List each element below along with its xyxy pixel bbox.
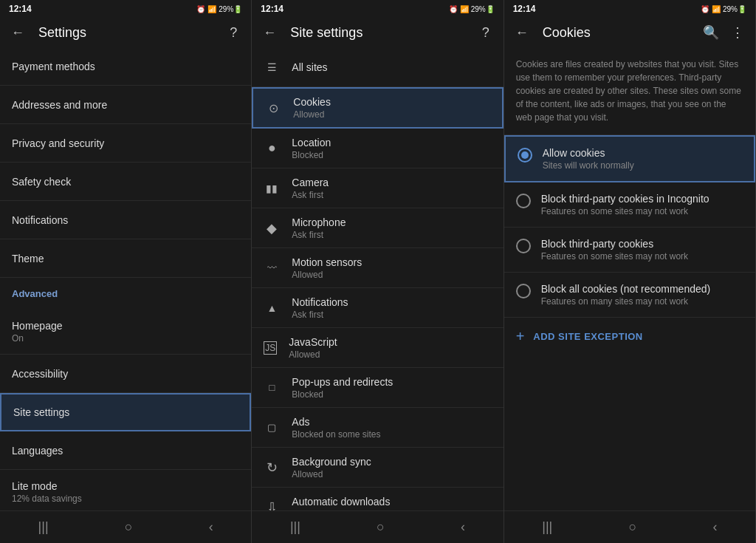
radio-inner-allow bbox=[521, 151, 529, 159]
signal-icon-2: 📶 bbox=[460, 5, 469, 13]
search-button[interactable]: 🔍 bbox=[702, 24, 720, 41]
site-settings-list: ☰ All sites ⊙ Cookies Allowed ● Location… bbox=[252, 47, 503, 510]
site-item-text-javascript: JavaScript Allowed bbox=[289, 336, 337, 360]
settings-item-addresses[interactable]: Addresses and more bbox=[0, 86, 251, 124]
site-item-javascript[interactable]: JS JavaScript Allowed bbox=[252, 328, 503, 368]
more-options-button[interactable]: ⋮ bbox=[729, 24, 746, 41]
add-exception-label: ADD SITE EXCEPTION bbox=[533, 331, 642, 342]
site-settings-title: Site settings bbox=[290, 25, 464, 41]
settings-item-site-settings[interactable]: Site settings bbox=[0, 393, 251, 431]
time-3: 12:14 bbox=[513, 4, 536, 14]
back-button-1[interactable]: ← bbox=[9, 24, 27, 41]
site-item-notifications[interactable]: ▲ Notifications Ask first bbox=[252, 288, 503, 328]
site-item-text-all-sites: All sites bbox=[292, 61, 327, 73]
cookies-content: Cookies are files created by websites th… bbox=[504, 47, 755, 510]
status-bar-1: 12:14 ⏰ 📶 29%🔋 bbox=[0, 0, 251, 18]
background-sync-icon: ↻ bbox=[264, 460, 280, 476]
add-site-exception[interactable]: + ADD SITE EXCEPTION bbox=[504, 318, 755, 355]
radio-block-incognito bbox=[516, 194, 531, 208]
alarm-icon: ⏰ bbox=[196, 5, 205, 13]
nav-bar-1: ||| ○ ‹ bbox=[0, 510, 251, 543]
cookie-option-block-all[interactable]: Block all cookies (not recommended) Feat… bbox=[504, 273, 755, 318]
settings-item-lite-mode[interactable]: Lite mode 12% data savings bbox=[0, 470, 251, 510]
site-item-text-background-sync: Background sync Allowed bbox=[292, 456, 371, 479]
location-icon: ● bbox=[264, 140, 280, 156]
back-button-3[interactable]: ← bbox=[513, 24, 531, 41]
cookies-description: Cookies are files created by websites th… bbox=[504, 47, 755, 135]
site-item-text-motion: Motion sensors Allowed bbox=[292, 256, 362, 280]
motion-sensor-icon: 〰 bbox=[264, 262, 280, 273]
auto-downloads-icon: ⇩ bbox=[264, 499, 280, 511]
help-button-2[interactable]: ? bbox=[477, 24, 495, 41]
settings-item-safety[interactable]: Safety check bbox=[0, 163, 251, 201]
site-item-ads[interactable]: ▢ Ads Blocked on some sites bbox=[252, 408, 503, 448]
alarm-icon-2: ⏰ bbox=[449, 5, 458, 13]
settings-item-homepage[interactable]: Homepage On bbox=[0, 310, 251, 355]
settings-item-accessibility[interactable]: Accessibility bbox=[0, 355, 251, 393]
back-gesture-icon-1[interactable]: ‹ bbox=[209, 519, 213, 535]
settings-item-privacy[interactable]: Privacy and security bbox=[0, 124, 251, 163]
camera-icon: ▮▮ bbox=[264, 182, 280, 194]
settings-title: Settings bbox=[38, 25, 213, 41]
back-gesture-icon-2[interactable]: ‹ bbox=[461, 519, 465, 535]
signal-icon: 📶 bbox=[207, 5, 216, 13]
cookies-top-actions: 🔍 ⋮ bbox=[702, 24, 746, 41]
site-item-text-popups: Pop-ups and redirects Blocked bbox=[292, 376, 393, 400]
site-item-cookies[interactable]: ⊙ Cookies Allowed bbox=[252, 87, 503, 129]
recent-apps-icon-1[interactable]: ||| bbox=[38, 519, 49, 535]
cookie-option-block-incognito[interactable]: Block third-party cookies in Incognito F… bbox=[504, 182, 755, 228]
site-item-motion-sensors[interactable]: 〰 Motion sensors Allowed bbox=[252, 248, 503, 288]
cookies-panel: 12:14 ⏰ 📶 29%🔋 ← Cookies 🔍 ⋮ Cookies are… bbox=[504, 0, 756, 543]
ads-icon: ▢ bbox=[264, 422, 280, 433]
cookies-title: Cookies bbox=[543, 25, 690, 41]
battery-icon-3: 29%🔋 bbox=[723, 5, 746, 13]
settings-item-payment[interactable]: Payment methods bbox=[0, 47, 251, 86]
status-icons-3: ⏰ 📶 29%🔋 bbox=[701, 5, 746, 13]
site-item-background-sync[interactable]: ↻ Background sync Allowed bbox=[252, 448, 503, 488]
site-item-text-microphone: Microphone Ask first bbox=[292, 216, 346, 240]
cookie-option-text-block-third-party: Block third-party cookies Features on so… bbox=[541, 238, 688, 262]
recent-apps-icon-3[interactable]: ||| bbox=[542, 519, 552, 535]
home-icon-2[interactable]: ○ bbox=[377, 519, 385, 535]
site-item-text-location: Location Blocked bbox=[292, 137, 331, 160]
site-item-text-ads: Ads Blocked on some sites bbox=[292, 416, 380, 440]
back-gesture-icon-3[interactable]: ‹ bbox=[712, 519, 717, 535]
back-button-2[interactable]: ← bbox=[261, 24, 278, 41]
help-button-1[interactable]: ? bbox=[224, 24, 242, 41]
recent-apps-icon-2[interactable]: ||| bbox=[290, 519, 300, 535]
cookies-top-bar: ← Cookies 🔍 ⋮ bbox=[504, 18, 755, 47]
home-icon-3[interactable]: ○ bbox=[628, 519, 636, 535]
alarm-icon-3: ⏰ bbox=[701, 5, 709, 13]
time-1: 12:14 bbox=[9, 4, 32, 14]
status-icons-2: ⏰ 📶 29%🔋 bbox=[449, 5, 495, 13]
site-item-auto-downloads[interactable]: ⇩ Automatic downloads Ask first bbox=[252, 488, 503, 510]
cookie-option-block-third-party[interactable]: Block third-party cookies Features on so… bbox=[504, 228, 755, 273]
site-item-popups[interactable]: □ Pop-ups and redirects Blocked bbox=[252, 368, 503, 408]
cookie-option-text-block-incognito: Block third-party cookies in Incognito F… bbox=[541, 193, 709, 216]
status-icons-1: ⏰ 📶 29%🔋 bbox=[196, 5, 242, 13]
site-item-text-camera: Camera Ask first bbox=[292, 177, 329, 200]
all-sites-icon: ☰ bbox=[264, 61, 280, 73]
cookie-option-text-allow: Allow cookies Sites will work normally bbox=[543, 147, 634, 171]
add-icon: + bbox=[516, 328, 525, 345]
settings-top-bar: ← Settings ? bbox=[0, 18, 251, 47]
site-item-text-auto-downloads: Automatic downloads Ask first bbox=[292, 496, 390, 511]
site-item-camera[interactable]: ▮▮ Camera Ask first bbox=[252, 168, 503, 208]
home-icon-1[interactable]: ○ bbox=[125, 519, 133, 535]
site-settings-panel: 12:14 ⏰ 📶 29%🔋 ← Site settings ? ☰ All s… bbox=[252, 0, 504, 543]
javascript-icon: JS bbox=[264, 341, 277, 355]
cookie-option-allow[interactable]: Allow cookies Sites will work normally bbox=[504, 135, 755, 182]
site-item-location[interactable]: ● Location Blocked bbox=[252, 129, 503, 168]
settings-item-theme[interactable]: Theme bbox=[0, 239, 251, 278]
site-item-microphone[interactable]: ◆ Microphone Ask first bbox=[252, 208, 503, 248]
site-item-text-cookies: Cookies Allowed bbox=[293, 96, 331, 120]
status-bar-2: 12:14 ⏰ 📶 29%🔋 bbox=[252, 0, 503, 18]
battery-icon: 29%🔋 bbox=[219, 5, 242, 13]
popups-icon: □ bbox=[264, 382, 280, 393]
site-item-all-sites[interactable]: ☰ All sites bbox=[252, 47, 503, 87]
battery-icon-2: 29%🔋 bbox=[471, 5, 495, 13]
settings-list: Payment methods Addresses and more Priva… bbox=[0, 47, 251, 510]
settings-item-languages[interactable]: Languages bbox=[0, 431, 251, 470]
radio-block-third-party bbox=[516, 239, 531, 253]
settings-item-notifications[interactable]: Notifications bbox=[0, 201, 251, 239]
